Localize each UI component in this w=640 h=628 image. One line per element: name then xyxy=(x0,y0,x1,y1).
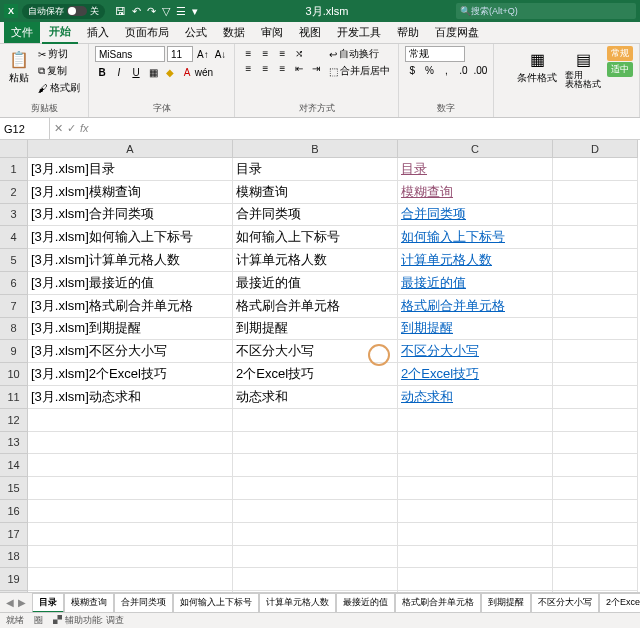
select-all-corner[interactable] xyxy=(0,140,28,158)
font-color-icon[interactable]: A xyxy=(180,65,194,79)
save-icon[interactable]: 🖫 xyxy=(115,5,126,18)
tab-baidu[interactable]: 百度网盘 xyxy=(428,22,486,43)
sheet-tab[interactable]: 合并同类项 xyxy=(114,593,173,613)
row-header[interactable]: 6 xyxy=(0,272,28,295)
sheet-next-icon[interactable]: ▶ xyxy=(18,597,26,608)
cell-hyperlink[interactable]: 到期提醒 xyxy=(398,318,553,341)
row-header[interactable]: 14 xyxy=(0,454,28,477)
cell-hyperlink[interactable]: 不区分大小写 xyxy=(398,340,553,363)
cell-hyperlink[interactable]: 模糊查询 xyxy=(398,181,553,204)
cell[interactable] xyxy=(553,226,638,249)
cell[interactable] xyxy=(233,409,398,432)
search-box[interactable]: 🔍 搜索(Alt+Q) xyxy=(456,3,636,19)
cell[interactable]: [3月.xlsm]合并同类项 xyxy=(28,204,233,227)
row-header[interactable]: 8 xyxy=(0,318,28,341)
cell[interactable]: 合并同类项 xyxy=(233,204,398,227)
column-header-B[interactable]: B xyxy=(233,140,398,158)
touch-icon[interactable]: ☰ xyxy=(176,5,186,18)
cell[interactable] xyxy=(398,454,553,477)
name-box[interactable]: G12 xyxy=(0,118,50,139)
row-header[interactable]: 1 xyxy=(0,158,28,181)
style-good[interactable]: 适中 xyxy=(607,62,633,77)
indent-dec-icon[interactable]: ⇤ xyxy=(292,61,306,75)
sheet-tab[interactable]: 计算单元格人数 xyxy=(259,593,336,613)
cell[interactable] xyxy=(553,272,638,295)
cell[interactable] xyxy=(398,523,553,546)
tab-view[interactable]: 视图 xyxy=(292,22,328,43)
autosave-toggle[interactable]: 自动保存 关 xyxy=(22,4,105,19)
cell[interactable]: [3月.xlsm]最接近的值 xyxy=(28,272,233,295)
cell[interactable]: [3月.xlsm]模糊查询 xyxy=(28,181,233,204)
sheet-tab[interactable]: 到期提醒 xyxy=(481,593,531,613)
tab-file[interactable]: 文件 xyxy=(4,22,40,43)
cell[interactable] xyxy=(553,340,638,363)
align-left-icon[interactable]: ≡ xyxy=(241,61,255,75)
cell[interactable] xyxy=(553,386,638,409)
tab-insert[interactable]: 插入 xyxy=(80,22,116,43)
sheet-tab[interactable]: 最接近的值 xyxy=(336,593,395,613)
cell[interactable]: 2个Excel技巧 xyxy=(233,363,398,386)
cell[interactable] xyxy=(28,477,233,500)
underline-icon[interactable]: U xyxy=(129,65,143,79)
copy-button[interactable]: ⧉复制 xyxy=(36,63,82,79)
cell[interactable] xyxy=(553,568,638,591)
cell[interactable] xyxy=(233,546,398,569)
filter-icon[interactable]: ▽ xyxy=(162,5,170,18)
cell[interactable]: [3月.xlsm]2个Excel技巧 xyxy=(28,363,233,386)
font-name-select[interactable]: MiSans xyxy=(95,46,165,62)
row-header[interactable]: 4 xyxy=(0,226,28,249)
tab-home[interactable]: 开始 xyxy=(42,21,78,44)
phonetic-icon[interactable]: wén xyxy=(197,65,211,79)
cell[interactable] xyxy=(28,546,233,569)
currency-icon[interactable]: $ xyxy=(405,63,419,77)
inc-decimal-icon[interactable]: .0 xyxy=(456,63,470,77)
row-header[interactable]: 11 xyxy=(0,386,28,409)
cell[interactable] xyxy=(233,523,398,546)
cell[interactable]: 计算单元格人数 xyxy=(233,249,398,272)
italic-icon[interactable]: I xyxy=(112,65,126,79)
undo-icon[interactable]: ↶ xyxy=(132,5,141,18)
painter-button[interactable]: 🖌格式刷 xyxy=(36,80,82,96)
cell[interactable] xyxy=(553,295,638,318)
cell[interactable]: [3月.xlsm]计算单元格人数 xyxy=(28,249,233,272)
font-size-select[interactable]: 11 xyxy=(167,46,193,62)
row-header[interactable]: 3 xyxy=(0,204,28,227)
cell[interactable] xyxy=(553,546,638,569)
style-general[interactable]: 常规 xyxy=(607,46,633,61)
cell[interactable] xyxy=(28,523,233,546)
cell[interactable] xyxy=(553,432,638,455)
cell[interactable]: [3月.xlsm]动态求和 xyxy=(28,386,233,409)
table-format-button[interactable]: ▤套用 表格格式 xyxy=(563,46,603,91)
tab-review[interactable]: 审阅 xyxy=(254,22,290,43)
cell[interactable] xyxy=(553,204,638,227)
bold-icon[interactable]: B xyxy=(95,65,109,79)
column-header-C[interactable]: C xyxy=(398,140,553,158)
align-right-icon[interactable]: ≡ xyxy=(275,61,289,75)
column-header-A[interactable]: A xyxy=(28,140,233,158)
confirm-formula-icon[interactable]: ✓ xyxy=(67,122,76,135)
cell[interactable] xyxy=(28,454,233,477)
cell[interactable]: [3月.xlsm]格式刷合并单元格 xyxy=(28,295,233,318)
sheet-tab[interactable]: 如何输入上下标号 xyxy=(173,593,259,613)
indent-inc-icon[interactable]: ⇥ xyxy=(309,61,323,75)
cell[interactable]: 模糊查询 xyxy=(233,181,398,204)
comma-icon[interactable]: , xyxy=(439,63,453,77)
row-header[interactable]: 12 xyxy=(0,409,28,432)
sheet-tab[interactable]: 目录 xyxy=(32,593,64,613)
row-header[interactable]: 16 xyxy=(0,500,28,523)
cell[interactable]: 格式刷合并单元格 xyxy=(233,295,398,318)
cell[interactable] xyxy=(28,432,233,455)
column-header-D[interactable]: D xyxy=(553,140,638,158)
border-icon[interactable]: ▦ xyxy=(146,65,160,79)
cell[interactable] xyxy=(553,363,638,386)
cell-hyperlink[interactable]: 计算单元格人数 xyxy=(398,249,553,272)
cell[interactable]: 不区分大小写 xyxy=(233,340,398,363)
fill-color-icon[interactable]: ◆ xyxy=(163,65,177,79)
align-top-icon[interactable]: ≡ xyxy=(241,46,255,60)
cell[interactable]: 如何输入上下标号 xyxy=(233,226,398,249)
sheet-tab[interactable]: 模糊查询 xyxy=(64,593,114,613)
cond-format-button[interactable]: ▦条件格式 xyxy=(515,46,559,87)
row-header[interactable]: 18 xyxy=(0,546,28,569)
row-header[interactable]: 5 xyxy=(0,249,28,272)
cell[interactable] xyxy=(553,158,638,181)
